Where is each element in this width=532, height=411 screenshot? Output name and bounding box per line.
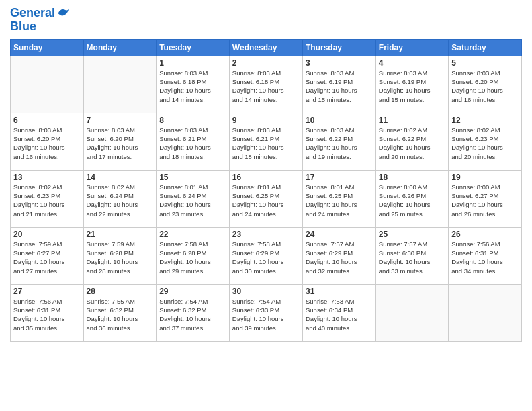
calendar-day-header: Monday	[83, 39, 157, 56]
calendar-cell: 3Sunrise: 8:03 AMSunset: 6:19 PMDaylight…	[302, 56, 375, 113]
day-info: Sunrise: 8:03 AMSunset: 6:18 PMDaylight:…	[232, 68, 300, 104]
calendar-cell: 12Sunrise: 8:02 AMSunset: 6:23 PMDayligh…	[449, 113, 522, 170]
logo-text: General	[10, 7, 55, 20]
calendar-cell: 8Sunrise: 8:03 AMSunset: 6:21 PMDaylight…	[157, 113, 230, 170]
calendar-day-header: Sunday	[11, 39, 84, 56]
calendar-cell: 9Sunrise: 8:03 AMSunset: 6:21 PMDaylight…	[229, 113, 302, 170]
calendar-cell: 27Sunrise: 7:56 AMSunset: 6:31 PMDayligh…	[11, 284, 84, 341]
day-number: 31	[306, 287, 373, 296]
calendar-cell: 22Sunrise: 7:58 AMSunset: 6:28 PMDayligh…	[157, 227, 230, 284]
day-info: Sunrise: 8:00 AMSunset: 6:26 PMDaylight:…	[379, 183, 445, 218]
day-info: Sunrise: 8:03 AMSunset: 6:21 PMDaylight:…	[232, 126, 300, 161]
day-info: Sunrise: 8:03 AMSunset: 6:22 PMDaylight:…	[306, 126, 373, 161]
calendar-table: SundayMondayTuesdayWednesdayThursdayFrid…	[10, 39, 522, 342]
day-info: Sunrise: 8:03 AMSunset: 6:18 PMDaylight:…	[159, 68, 226, 104]
calendar-cell: 1Sunrise: 8:03 AMSunset: 6:18 PMDaylight…	[157, 56, 230, 113]
day-info: Sunrise: 8:01 AMSunset: 6:25 PMDaylight:…	[232, 183, 300, 218]
day-info: Sunrise: 8:03 AMSunset: 6:20 PMDaylight:…	[13, 126, 81, 161]
day-number: 18	[379, 173, 445, 182]
calendar-header-row: SundayMondayTuesdayWednesdayThursdayFrid…	[11, 39, 522, 56]
calendar-cell: 29Sunrise: 7:54 AMSunset: 6:32 PMDayligh…	[157, 284, 230, 341]
calendar-cell: 17Sunrise: 8:01 AMSunset: 6:25 PMDayligh…	[302, 170, 375, 227]
day-info: Sunrise: 7:58 AMSunset: 6:28 PMDaylight:…	[159, 240, 226, 275]
calendar-week-row: 6Sunrise: 8:03 AMSunset: 6:20 PMDaylight…	[11, 113, 522, 170]
day-info: Sunrise: 8:03 AMSunset: 6:19 PMDaylight:…	[379, 68, 445, 104]
calendar-cell	[83, 56, 157, 113]
logo-icon	[56, 7, 70, 20]
calendar-cell: 23Sunrise: 7:58 AMSunset: 6:29 PMDayligh…	[229, 227, 302, 284]
calendar-cell: 5Sunrise: 8:03 AMSunset: 6:20 PMDaylight…	[449, 56, 522, 113]
day-number: 27	[13, 287, 81, 296]
day-info: Sunrise: 8:02 AMSunset: 6:23 PMDaylight:…	[13, 183, 81, 218]
calendar-week-row: 20Sunrise: 7:59 AMSunset: 6:27 PMDayligh…	[11, 227, 522, 284]
day-number: 2	[232, 58, 300, 68]
day-number: 13	[13, 173, 81, 182]
day-info: Sunrise: 8:02 AMSunset: 6:24 PMDaylight:…	[87, 183, 154, 218]
day-info: Sunrise: 7:55 AMSunset: 6:32 PMDaylight:…	[87, 297, 154, 332]
day-number: 4	[379, 58, 445, 68]
day-info: Sunrise: 7:57 AMSunset: 6:29 PMDaylight:…	[306, 240, 373, 275]
calendar-cell: 11Sunrise: 8:02 AMSunset: 6:22 PMDayligh…	[375, 113, 448, 170]
day-info: Sunrise: 8:01 AMSunset: 6:24 PMDaylight:…	[159, 183, 226, 218]
calendar-cell: 19Sunrise: 8:00 AMSunset: 6:27 PMDayligh…	[449, 170, 522, 227]
day-info: Sunrise: 7:58 AMSunset: 6:29 PMDaylight:…	[232, 240, 300, 275]
day-number: 12	[451, 116, 519, 125]
calendar-cell: 2Sunrise: 8:03 AMSunset: 6:18 PMDaylight…	[229, 56, 302, 113]
day-info: Sunrise: 7:54 AMSunset: 6:32 PMDaylight:…	[159, 297, 226, 332]
day-info: Sunrise: 8:03 AMSunset: 6:19 PMDaylight:…	[306, 68, 373, 104]
day-info: Sunrise: 8:03 AMSunset: 6:20 PMDaylight:…	[87, 126, 154, 161]
day-number: 9	[232, 116, 300, 125]
day-info: Sunrise: 8:03 AMSunset: 6:21 PMDaylight:…	[159, 126, 226, 161]
calendar-cell: 21Sunrise: 7:59 AMSunset: 6:28 PMDayligh…	[83, 227, 157, 284]
calendar-week-row: 27Sunrise: 7:56 AMSunset: 6:31 PMDayligh…	[11, 284, 522, 341]
calendar-day-header: Thursday	[302, 39, 375, 56]
day-info: Sunrise: 7:53 AMSunset: 6:34 PMDaylight:…	[306, 297, 373, 332]
calendar-day-header: Friday	[375, 39, 448, 56]
day-number: 6	[13, 116, 81, 125]
calendar-day-header: Saturday	[449, 39, 522, 56]
calendar-cell: 30Sunrise: 7:54 AMSunset: 6:33 PMDayligh…	[229, 284, 302, 341]
calendar-cell: 28Sunrise: 7:55 AMSunset: 6:32 PMDayligh…	[83, 284, 157, 341]
day-number: 22	[159, 230, 226, 239]
day-info: Sunrise: 7:54 AMSunset: 6:33 PMDaylight:…	[232, 297, 300, 332]
calendar-week-row: 13Sunrise: 8:02 AMSunset: 6:23 PMDayligh…	[11, 170, 522, 227]
header: General Blue	[10, 7, 522, 34]
calendar-day-header: Wednesday	[229, 39, 302, 56]
calendar-cell: 6Sunrise: 8:03 AMSunset: 6:20 PMDaylight…	[11, 113, 84, 170]
day-info: Sunrise: 8:02 AMSunset: 6:23 PMDaylight:…	[451, 126, 519, 161]
calendar-cell: 15Sunrise: 8:01 AMSunset: 6:24 PMDayligh…	[157, 170, 230, 227]
day-number: 29	[159, 287, 226, 296]
calendar-cell: 7Sunrise: 8:03 AMSunset: 6:20 PMDaylight…	[83, 113, 157, 170]
calendar-cell: 31Sunrise: 7:53 AMSunset: 6:34 PMDayligh…	[302, 284, 375, 341]
calendar-cell: 20Sunrise: 7:59 AMSunset: 6:27 PMDayligh…	[11, 227, 84, 284]
day-info: Sunrise: 7:59 AMSunset: 6:27 PMDaylight:…	[13, 240, 81, 275]
day-number: 16	[232, 173, 300, 182]
calendar-cell: 26Sunrise: 7:56 AMSunset: 6:31 PMDayligh…	[449, 227, 522, 284]
day-number: 19	[451, 173, 519, 182]
day-number: 25	[379, 230, 445, 239]
day-info: Sunrise: 7:57 AMSunset: 6:30 PMDaylight:…	[379, 240, 445, 275]
calendar-cell: 18Sunrise: 8:00 AMSunset: 6:26 PMDayligh…	[375, 170, 448, 227]
calendar-cell: 25Sunrise: 7:57 AMSunset: 6:30 PMDayligh…	[375, 227, 448, 284]
day-number: 21	[87, 230, 154, 239]
calendar-cell	[11, 56, 84, 113]
day-info: Sunrise: 8:01 AMSunset: 6:25 PMDaylight:…	[306, 183, 373, 218]
calendar-cell: 14Sunrise: 8:02 AMSunset: 6:24 PMDayligh…	[83, 170, 157, 227]
day-number: 14	[87, 173, 154, 182]
calendar-cell: 13Sunrise: 8:02 AMSunset: 6:23 PMDayligh…	[11, 170, 84, 227]
logo-text-blue: Blue	[10, 20, 36, 34]
day-number: 15	[159, 173, 226, 182]
calendar-cell: 24Sunrise: 7:57 AMSunset: 6:29 PMDayligh…	[302, 227, 375, 284]
day-info: Sunrise: 8:03 AMSunset: 6:20 PMDaylight:…	[451, 68, 519, 104]
calendar-week-row: 1Sunrise: 8:03 AMSunset: 6:18 PMDaylight…	[11, 56, 522, 113]
day-number: 10	[306, 116, 373, 125]
day-number: 17	[306, 173, 373, 182]
day-number: 24	[306, 230, 373, 239]
day-number: 20	[13, 230, 81, 239]
day-number: 11	[379, 116, 445, 125]
calendar-cell: 10Sunrise: 8:03 AMSunset: 6:22 PMDayligh…	[302, 113, 375, 170]
calendar-cell	[449, 284, 522, 341]
calendar-day-header: Tuesday	[157, 39, 230, 56]
logo: General Blue	[10, 7, 70, 34]
day-number: 30	[232, 287, 300, 296]
